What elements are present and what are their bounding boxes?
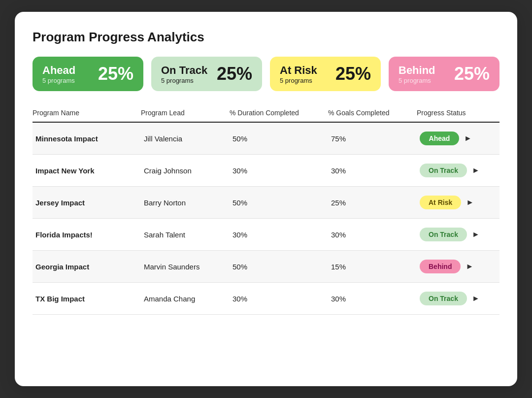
cell-duration: 50% [230,199,328,207]
cell-duration: 30% [230,166,328,175]
chevron-right-icon[interactable]: ► [464,134,472,143]
cell-lead: Jill Valencia [141,134,230,143]
summary-status-on-track: On Track [161,64,207,77]
cell-goals: 30% [328,166,417,175]
table-header-4: Progress Status [417,109,499,117]
cell-program-name: Georgia Impact [33,263,141,271]
table-header-3: % Goals Completed [328,109,417,117]
status-actions: Behind ► [420,260,497,273]
chevron-right-icon[interactable]: ► [466,198,474,207]
cell-lead: Amanda Chang [141,295,230,303]
summary-status-behind: Behind [399,64,435,77]
table-header-2: % Duration Completed [230,109,328,117]
summary-row: Ahead 5 programs 25% On Track 5 programs… [33,57,499,91]
cell-lead: Sarah Talent [141,231,230,239]
chevron-right-icon[interactable]: ► [466,262,473,271]
status-badge: Behind [420,260,461,273]
cell-goals: 75% [328,134,417,143]
summary-status-ahead: Ahead [42,64,75,77]
cell-status: At Risk ► [417,196,499,209]
status-actions: On Track ► [420,228,497,241]
table-row: Minnesota Impact Jill Valencia 50% 75% A… [33,123,499,155]
chevron-right-icon[interactable]: ► [472,294,480,303]
cell-duration: 50% [230,134,328,143]
status-actions: On Track ► [420,164,497,177]
main-card: Program Progress Analytics Ahead 5 progr… [15,12,517,386]
cell-program-name: TX Big Impact [33,295,141,303]
summary-card-ahead: Ahead 5 programs 25% [33,57,143,91]
cell-status: On Track ► [417,292,499,305]
summary-status-at-risk: At Risk [280,64,317,77]
page-title: Program Progress Analytics [33,30,499,45]
summary-programs-on-track: 5 programs [161,77,207,84]
summary-pct-on-track: 25% [217,64,252,84]
table-header: Program NameProgram Lead% Duration Compl… [33,109,499,123]
status-badge: Ahead [420,132,459,145]
status-actions: At Risk ► [420,196,497,209]
table-header-1: Program Lead [141,109,230,117]
cell-lead: Marvin Saunders [141,263,230,271]
summary-card-behind: Behind 5 programs 25% [389,57,499,91]
table-header-0: Program Name [33,109,141,117]
summary-card-on-track: On Track 5 programs 25% [151,57,262,91]
status-actions: Ahead ► [420,132,497,145]
cell-goals: 30% [328,231,417,239]
chevron-right-icon[interactable]: ► [472,166,480,175]
status-badge: On Track [420,228,467,241]
cell-program-name: Florida Impacts! [33,231,141,239]
chevron-right-icon[interactable]: ► [472,230,480,239]
cell-lead: Craig Johnson [141,166,230,175]
status-badge: At Risk [420,196,461,209]
table-body: Minnesota Impact Jill Valencia 50% 75% A… [33,123,499,315]
program-table: Program NameProgram Lead% Duration Compl… [33,109,499,315]
table-row: Georgia Impact Marvin Saunders 50% 15% B… [33,251,499,283]
cell-status: On Track ► [417,228,499,241]
cell-program-name: Impact New York [33,166,141,175]
status-badge: On Track [420,164,467,177]
summary-programs-behind: 5 programs [399,77,435,84]
cell-lead: Barry Norton [141,199,230,207]
cell-status: Ahead ► [417,132,499,145]
summary-pct-at-risk: 25% [335,64,371,84]
table-row: Florida Impacts! Sarah Talent 30% 30% On… [33,219,499,251]
table-row: TX Big Impact Amanda Chang 30% 30% On Tr… [33,283,499,315]
cell-goals: 30% [328,295,417,303]
table-row: Jersey Impact Barry Norton 50% 25% At Ri… [33,187,499,219]
summary-card-at-risk: At Risk 5 programs 25% [270,57,381,91]
summary-pct-behind: 25% [454,64,490,84]
cell-program-name: Minnesota Impact [33,134,141,143]
summary-pct-ahead: 25% [98,64,133,84]
cell-duration: 50% [230,263,328,271]
cell-status: On Track ► [417,164,499,177]
cell-duration: 30% [230,295,328,303]
cell-goals: 15% [328,263,417,271]
cell-status: Behind ► [417,260,499,273]
cell-program-name: Jersey Impact [33,199,141,207]
status-badge: On Track [420,292,467,305]
summary-programs-at-risk: 5 programs [280,77,317,84]
status-actions: On Track ► [420,292,497,305]
cell-goals: 25% [328,199,417,207]
table-row: Impact New York Craig Johnson 30% 30% On… [33,155,499,187]
summary-programs-ahead: 5 programs [42,77,75,84]
cell-duration: 30% [230,231,328,239]
